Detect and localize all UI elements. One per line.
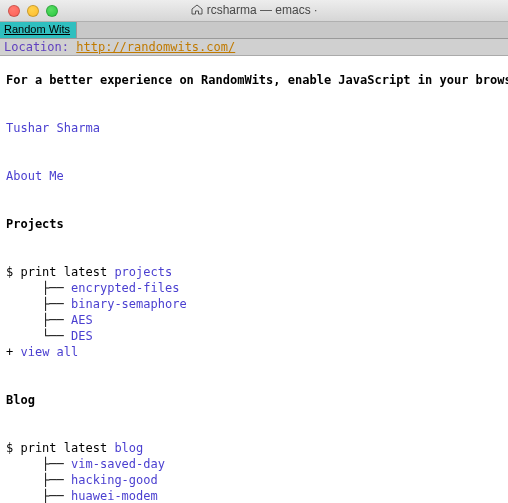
window-titlebar: rcsharma — emacs · — [0, 0, 508, 22]
home-icon — [191, 4, 203, 18]
tab-randomwits[interactable]: Random Wits — [0, 22, 77, 38]
location-label: Location: — [4, 40, 69, 54]
project-link[interactable]: binary-semaphore — [71, 297, 187, 311]
traffic-lights — [0, 5, 58, 17]
blog-link[interactable]: hacking-good — [71, 473, 158, 487]
minimize-icon[interactable] — [27, 5, 39, 17]
project-link[interactable]: AES — [71, 313, 93, 327]
tree-branch: ├── — [6, 489, 71, 503]
author-link[interactable]: Tushar Sharma — [6, 121, 100, 135]
blog-cmd-prefix: $ print latest — [6, 441, 114, 455]
projects-cmd-arg[interactable]: projects — [114, 265, 172, 279]
tree-branch: ├── — [6, 297, 71, 311]
project-link[interactable]: DES — [71, 329, 93, 343]
blog-link[interactable]: huawei-modem — [71, 489, 158, 503]
window-title: rcsharma — emacs · — [0, 3, 508, 18]
viewall-prefix: + — [6, 345, 20, 359]
blog-cmd-arg[interactable]: blog — [114, 441, 143, 455]
js-banner: For a better experience on RandomWits, e… — [6, 73, 508, 87]
tree-branch: ├── — [6, 457, 71, 471]
page-content: For a better experience on RandomWits, e… — [0, 56, 508, 503]
tree-branch: ├── — [6, 281, 71, 295]
tree-branch: ├── — [6, 473, 71, 487]
blog-link[interactable]: vim-saved-day — [71, 457, 165, 471]
tree-last: └── — [6, 329, 71, 343]
project-link[interactable]: encrypted-files — [71, 281, 179, 295]
blog-heading: Blog — [6, 393, 35, 407]
about-link[interactable]: About Me — [6, 169, 64, 183]
tree-branch: ├── — [6, 313, 71, 327]
zoom-icon[interactable] — [46, 5, 58, 17]
location-url[interactable]: http://randomwits.com/ — [76, 40, 235, 54]
close-icon[interactable] — [8, 5, 20, 17]
projects-viewall-link[interactable]: view all — [20, 345, 78, 359]
window-title-text: rcsharma — emacs · — [207, 3, 318, 17]
location-bar: Location: http://randomwits.com/ — [0, 39, 508, 56]
projects-cmd-prefix: $ print latest — [6, 265, 114, 279]
projects-heading: Projects — [6, 217, 64, 231]
tab-bar: Random Wits — [0, 22, 508, 39]
